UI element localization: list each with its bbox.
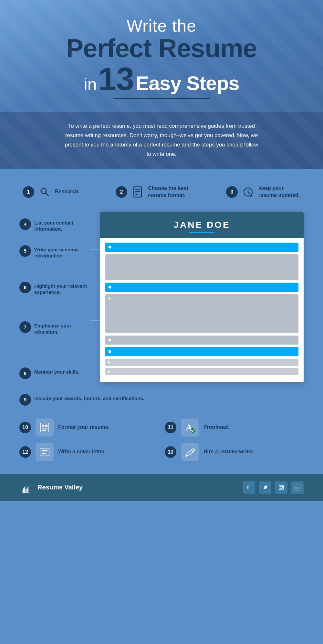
- step-11-label: Proofread.: [203, 424, 229, 431]
- resume-experience-bar: [105, 283, 298, 292]
- linkedin-icon[interactable]: in: [291, 481, 304, 494]
- step-8-label: Mention your skills.: [34, 367, 79, 375]
- social-icons: f in: [243, 481, 304, 494]
- resume-name-underline: [189, 232, 215, 233]
- resume-experience-text: [105, 294, 298, 333]
- connector-area: [90, 212, 100, 382]
- step-3-label: Keep your resume updated.: [258, 185, 300, 199]
- step-12: 12 Write a cover letter.: [19, 443, 158, 461]
- step-5: 5 Write your winning introduction.: [19, 236, 87, 262]
- step-9-number: 9: [19, 394, 31, 406]
- bottom-steps: 10 Format your resume. 11 A: [19, 418, 304, 461]
- step-1: 1 Research.: [23, 185, 80, 199]
- step-4: 4 List your contact information.: [19, 212, 87, 236]
- step-6-number: 6: [19, 282, 31, 293]
- step-7-number: 7: [19, 321, 31, 333]
- step-2-number: 2: [116, 186, 127, 198]
- step-7: 7 Emphasize your education.: [19, 299, 87, 338]
- step-8: 8 Mention your skills.: [19, 338, 87, 382]
- clock-icon: [241, 185, 255, 199]
- steps-sidebar: 4 List your contact information. 5 Write…: [19, 212, 90, 382]
- resume-skill-2: [105, 368, 298, 375]
- step-9: 9 Include your awards, honors, and certi…: [19, 392, 304, 406]
- svg-rect-12: [42, 428, 47, 429]
- step-4-label: List your contact information.: [34, 218, 87, 232]
- step-2: 2 Choose the best resume format.: [116, 185, 190, 199]
- step-9-label: Include your awards, honors, and certifi…: [34, 394, 144, 402]
- facebook-icon[interactable]: f: [243, 481, 255, 494]
- footer: Resume Valley f in: [0, 474, 323, 501]
- svg-rect-10: [42, 425, 44, 427]
- step-7-label: Emphasize your education.: [34, 321, 87, 335]
- resume-intro-bar: [105, 243, 298, 252]
- header-num: 13: [98, 61, 134, 97]
- main-content: 1 Research. 2 Choose the: [0, 169, 323, 474]
- resume-skill-1: [105, 359, 298, 366]
- step-3: 3 Keep your resume updated.: [226, 185, 300, 199]
- step-13-number: 13: [165, 446, 176, 458]
- brand-logo-icon: [19, 480, 34, 495]
- step-10-number: 10: [19, 422, 31, 433]
- svg-text:f: f: [247, 485, 249, 490]
- svg-point-8: [250, 195, 252, 196]
- header-in: in: [84, 75, 97, 94]
- footer-brand: Resume Valley: [19, 480, 83, 495]
- svg-line-1: [46, 193, 48, 196]
- document-icon: [130, 185, 145, 199]
- header-subtitle-box: To write a perfect resume, you must read…: [0, 112, 323, 169]
- resume-skills-bar: [105, 347, 298, 356]
- search-icon: [37, 185, 52, 199]
- instagram-icon[interactable]: [275, 481, 287, 494]
- step-5-label: Write your winning introduction.: [34, 245, 87, 259]
- step-8-number: 8: [19, 367, 31, 379]
- step-12-number: 12: [19, 446, 31, 458]
- svg-rect-2: [134, 187, 141, 197]
- resume-intro-text: [105, 254, 298, 280]
- step-4-number: 4: [19, 218, 31, 230]
- svg-rect-13: [42, 430, 46, 431]
- resume-header: JANE DOE: [100, 212, 304, 238]
- step-10-label: Format your resume.: [58, 424, 109, 431]
- twitter-icon[interactable]: [259, 481, 271, 494]
- step-1-label: Research.: [55, 188, 80, 195]
- step-13-label: Hire a resume writer.: [203, 448, 254, 455]
- writer-icon: [181, 443, 199, 461]
- header-perfect: Perfect Resume: [26, 35, 297, 61]
- step-13: 13 Hire a resume writer.: [165, 443, 304, 461]
- step-2-label: Choose the best resume format.: [148, 185, 190, 199]
- step-12-label: Write a cover letter.: [58, 448, 106, 455]
- svg-point-22: [280, 486, 283, 488]
- header-section: Write the Perfect Resume in 13 Easy Step…: [0, 0, 323, 169]
- svg-rect-11: [45, 425, 47, 427]
- resume-body: [100, 238, 304, 382]
- svg-rect-21: [279, 485, 284, 490]
- top-steps-row: 1 Research. 2 Choose the: [19, 185, 304, 199]
- svg-point-23: [282, 486, 283, 487]
- step-6: 6 Highlight your relevant experience.: [19, 262, 87, 299]
- step-10: 10 Format your resume.: [19, 418, 158, 437]
- step-1-number: 1: [23, 186, 34, 198]
- step-11-number: 11: [165, 422, 176, 433]
- header-subtitle: To write a perfect resume, you must read…: [65, 122, 258, 159]
- step-11: 11 A Proofread.: [165, 418, 304, 437]
- resume-education-bar: [105, 336, 298, 345]
- resume-section: 4 List your contact information. 5 Write…: [19, 212, 304, 382]
- header-divider: [113, 98, 210, 99]
- resume-mockup: JANE DOE: [100, 212, 304, 382]
- step-3-number: 3: [226, 186, 238, 198]
- footer-brand-name: Resume Valley: [37, 484, 83, 491]
- cover-letter-icon: [36, 443, 54, 461]
- svg-text:in: in: [296, 486, 298, 489]
- header-easy: Easy Steps: [136, 72, 239, 94]
- format-icon: [36, 418, 54, 437]
- header-write: Write the: [26, 16, 297, 35]
- proofread-icon: A: [181, 418, 199, 437]
- resume-name: JANE DOE: [107, 220, 297, 230]
- step-5-number: 5: [19, 245, 31, 257]
- step-6-label: Highlight your relevant experience.: [34, 282, 87, 296]
